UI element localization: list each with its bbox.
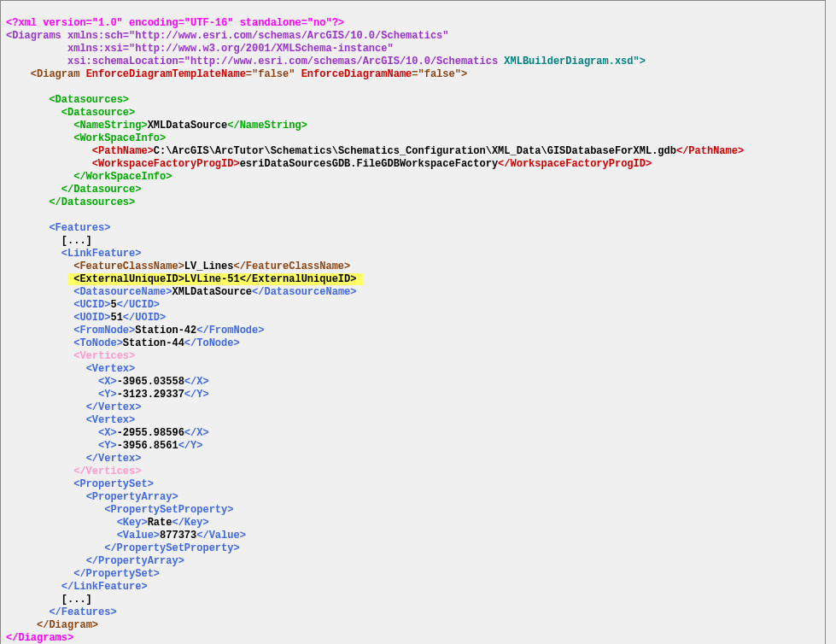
uoid-open: <UOID> — [73, 312, 110, 324]
features-open: <Features> — [49, 222, 110, 234]
diagrams-ns3a: xsi:schemaLocation="http://www.esri.com/… — [6, 56, 504, 67]
vertices-open: <Vertices> — [73, 350, 135, 362]
propertyset-open: <PropertySet> — [73, 478, 154, 490]
diagram-open-tag: <Diagram — [31, 68, 86, 80]
ucid-open: <UCID> — [73, 299, 110, 311]
fromnode-open: <FromNode> — [73, 325, 135, 337]
diagrams-ns2: xmlns:xsi="http://www.w3.org/2001/XMLSch… — [6, 43, 394, 55]
propertysetproperty-close: </PropertySetProperty> — [104, 542, 239, 554]
attr-enforce-template: EnforceDiagramTemplateName — [86, 68, 246, 80]
propertyset-close: </PropertySet> — [73, 568, 160, 580]
diagram-close: </Diagram> — [37, 619, 98, 631]
tonode-open: <ToNode> — [73, 337, 123, 349]
propertyarray-open: <PropertyArray> — [86, 491, 178, 503]
diagrams-open: <Diagrams xmlns:sch="http://www.esri.com… — [6, 30, 448, 42]
datasources-close: </Datasources> — [49, 196, 135, 208]
vertex2-open: <Vertex> — [86, 414, 136, 426]
key-open: <Key> — [117, 517, 148, 529]
workspacefactory-open: <WorkspaceFactoryProgID> — [92, 158, 240, 170]
vertices-close: </Vertices> — [73, 465, 141, 477]
workspaceinfo-open: <WorkSpaceInfo> — [73, 132, 166, 144]
ellipsis-top: [...] — [61, 235, 92, 247]
vertex2-close: </Vertex> — [86, 453, 142, 465]
propertyarray-close: </PropertyArray> — [86, 555, 184, 567]
features-close: </Features> — [49, 606, 116, 618]
namestring-open: <NameString> — [73, 120, 147, 132]
xml-declaration: <?xml version="1.0" encoding="UTF-16" st… — [6, 17, 344, 29]
diagrams-close: </Diagrams> — [6, 632, 73, 644]
workspaceinfo-close: </WorkSpaceInfo> — [73, 171, 172, 183]
datasources-open: <Datasources> — [49, 94, 129, 106]
vertex1-open: <Vertex> — [86, 363, 136, 375]
pathname-open: <PathName> — [92, 145, 154, 157]
vertex1-close: </Vertex> — [86, 401, 142, 413]
propertysetproperty-open: <PropertySetProperty> — [104, 504, 233, 516]
xml-code-block: <?xml version="1.0" encoding="UTF-16" st… — [0, 0, 826, 644]
featureclassname-open: <FeatureClassName> — [73, 261, 184, 272]
datasource-open: <Datasource> — [61, 107, 135, 119]
linkfeature-open: <LinkFeature> — [61, 248, 142, 260]
datasource-close: </Datasource> — [61, 184, 142, 196]
ellipsis-bottom: [...] — [61, 594, 92, 606]
diagrams-ns3b: XMLBuilderDiagram.xsd"> — [504, 56, 646, 67]
external-unique-id-highlight: <ExternalUniqueID>LVLine-51</ExternalUni… — [67, 273, 363, 285]
datasourcename-open: <DatasourceName> — [73, 286, 172, 298]
value-open: <Value> — [117, 530, 160, 542]
attr-enforce-name: EnforceDiagramName — [301, 68, 412, 80]
linkfeature-close: </LinkFeature> — [61, 581, 148, 593]
